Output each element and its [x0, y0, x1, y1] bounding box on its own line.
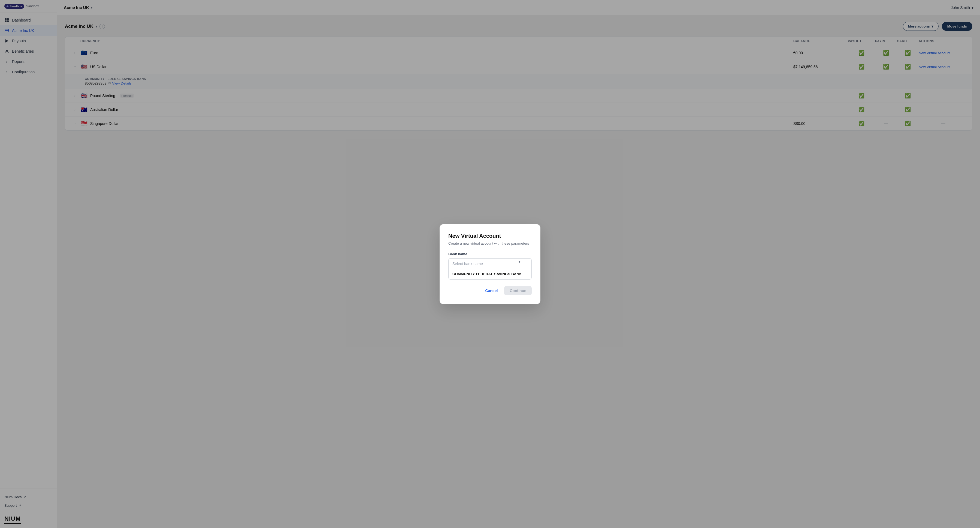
bank-name-select[interactable]: Select bank name ▾: [448, 258, 532, 269]
modal-subtitle: Create a new virtual account with these …: [448, 241, 532, 246]
new-virtual-account-modal: New Virtual Account Create a new virtual…: [439, 224, 541, 304]
modal-continue-button[interactable]: Continue: [504, 286, 532, 295]
modal-title: New Virtual Account: [448, 233, 532, 239]
bank-name-label: Bank name: [448, 252, 532, 256]
bank-name-dropdown: COMMUNITY FEDERAL SAVINGS BANK: [448, 269, 532, 279]
page: Acme Inc UK ▾ i More actions ▾ Move fund…: [57, 15, 980, 528]
bank-option-cfb[interactable]: COMMUNITY FEDERAL SAVINGS BANK: [449, 269, 531, 279]
bank-name-select-wrapper: Select bank name ▾ COMMUNITY FEDERAL SAV…: [448, 258, 532, 279]
modal-overlay: New Virtual Account Create a new virtual…: [57, 15, 980, 528]
select-placeholder: Select bank name: [452, 262, 483, 266]
modal-cancel-button[interactable]: Cancel: [482, 286, 501, 295]
main-content: Acme Inc UK ▾ John Smith ▾ Acme Inc UK ▾…: [57, 0, 980, 528]
modal-actions: Cancel Continue: [448, 286, 532, 295]
select-chevron-icon: ▾: [519, 260, 520, 264]
